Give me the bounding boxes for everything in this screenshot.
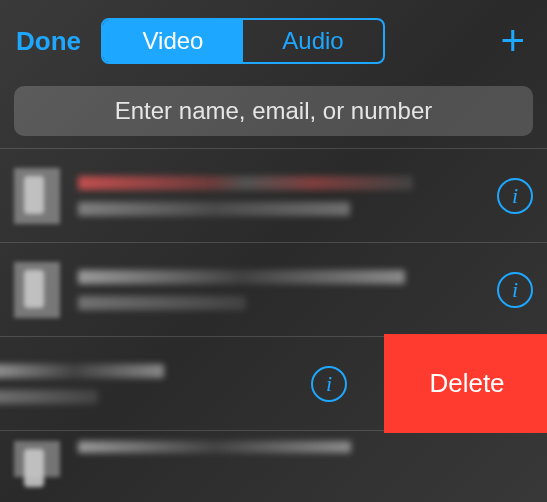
avatar [14,262,60,318]
delete-button[interactable]: Delete [387,337,547,430]
mode-segmented-control: Video Audio [101,18,385,64]
list-item[interactable]: i [0,242,547,336]
search-input[interactable]: Enter name, email, or number [14,86,533,136]
list-item[interactable]: i Delete [0,336,547,430]
list-item-text [78,441,533,453]
list-item-text [78,176,497,216]
info-icon[interactable]: i [497,272,533,308]
tab-audio[interactable]: Audio [243,20,383,62]
tab-video[interactable]: Video [103,20,243,62]
list-item-text [0,364,311,404]
list-item[interactable] [0,430,547,480]
done-button[interactable]: Done [16,26,81,57]
info-icon[interactable]: i [497,178,533,214]
list-item-text [78,270,497,310]
list-item[interactable]: i [0,148,547,242]
call-list: i i i Delete [0,148,547,480]
add-button[interactable]: + [500,20,531,62]
info-icon[interactable]: i [311,366,347,402]
avatar [14,441,60,477]
avatar [14,168,60,224]
